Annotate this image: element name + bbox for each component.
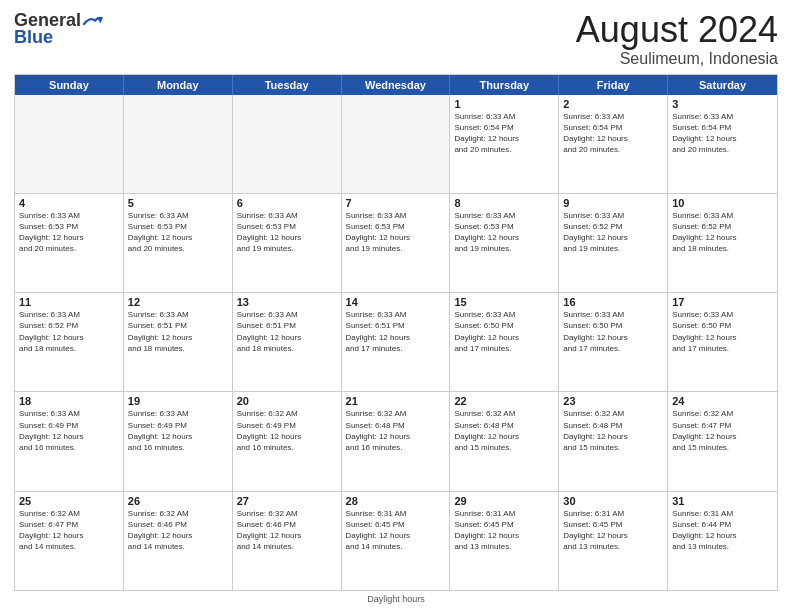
day-number-1-3: 7	[346, 197, 446, 209]
header-day-6: Saturday	[668, 75, 777, 95]
day-number-2-4: 15	[454, 296, 554, 308]
cell-info-3-0: Sunrise: 6:33 AM Sunset: 6:49 PM Dayligh…	[19, 408, 119, 453]
cal-cell-3-5: 23Sunrise: 6:32 AM Sunset: 6:48 PM Dayli…	[559, 392, 668, 490]
day-number-0-4: 1	[454, 98, 554, 110]
cell-info-1-1: Sunrise: 6:33 AM Sunset: 6:53 PM Dayligh…	[128, 210, 228, 255]
cell-info-4-2: Sunrise: 6:32 AM Sunset: 6:46 PM Dayligh…	[237, 508, 337, 553]
cell-info-1-6: Sunrise: 6:33 AM Sunset: 6:52 PM Dayligh…	[672, 210, 773, 255]
day-number-1-6: 10	[672, 197, 773, 209]
title-block: August 2024 Seulimeum, Indonesia	[576, 10, 778, 68]
cal-cell-0-4: 1Sunrise: 6:33 AM Sunset: 6:54 PM Daylig…	[450, 95, 559, 193]
cal-cell-2-0: 11Sunrise: 6:33 AM Sunset: 6:52 PM Dayli…	[15, 293, 124, 391]
header-day-0: Sunday	[15, 75, 124, 95]
cal-cell-4-3: 28Sunrise: 6:31 AM Sunset: 6:45 PM Dayli…	[342, 492, 451, 590]
day-number-3-3: 21	[346, 395, 446, 407]
cal-cell-3-4: 22Sunrise: 6:32 AM Sunset: 6:48 PM Dayli…	[450, 392, 559, 490]
header-day-1: Monday	[124, 75, 233, 95]
day-number-3-5: 23	[563, 395, 663, 407]
day-number-3-1: 19	[128, 395, 228, 407]
cell-info-1-3: Sunrise: 6:33 AM Sunset: 6:53 PM Dayligh…	[346, 210, 446, 255]
cell-info-3-1: Sunrise: 6:33 AM Sunset: 6:49 PM Dayligh…	[128, 408, 228, 453]
cell-info-0-6: Sunrise: 6:33 AM Sunset: 6:54 PM Dayligh…	[672, 111, 773, 156]
cell-info-2-2: Sunrise: 6:33 AM Sunset: 6:51 PM Dayligh…	[237, 309, 337, 354]
cell-info-3-6: Sunrise: 6:32 AM Sunset: 6:47 PM Dayligh…	[672, 408, 773, 453]
cal-cell-0-0	[15, 95, 124, 193]
cal-cell-4-1: 26Sunrise: 6:32 AM Sunset: 6:46 PM Dayli…	[124, 492, 233, 590]
header-day-5: Friday	[559, 75, 668, 95]
cell-info-2-6: Sunrise: 6:33 AM Sunset: 6:50 PM Dayligh…	[672, 309, 773, 354]
day-number-2-0: 11	[19, 296, 119, 308]
cell-info-3-3: Sunrise: 6:32 AM Sunset: 6:48 PM Dayligh…	[346, 408, 446, 453]
cal-cell-1-3: 7Sunrise: 6:33 AM Sunset: 6:53 PM Daylig…	[342, 194, 451, 292]
day-number-2-5: 16	[563, 296, 663, 308]
cal-cell-0-5: 2Sunrise: 6:33 AM Sunset: 6:54 PM Daylig…	[559, 95, 668, 193]
cell-info-4-6: Sunrise: 6:31 AM Sunset: 6:44 PM Dayligh…	[672, 508, 773, 553]
cal-cell-4-4: 29Sunrise: 6:31 AM Sunset: 6:45 PM Dayli…	[450, 492, 559, 590]
cell-info-4-0: Sunrise: 6:32 AM Sunset: 6:47 PM Dayligh…	[19, 508, 119, 553]
day-number-4-3: 28	[346, 495, 446, 507]
logo-blue: Blue	[14, 27, 53, 48]
cal-cell-1-1: 5Sunrise: 6:33 AM Sunset: 6:53 PM Daylig…	[124, 194, 233, 292]
calendar-body: 1Sunrise: 6:33 AM Sunset: 6:54 PM Daylig…	[15, 95, 777, 590]
day-number-2-6: 17	[672, 296, 773, 308]
calendar-row-2: 11Sunrise: 6:33 AM Sunset: 6:52 PM Dayli…	[15, 293, 777, 392]
calendar-row-0: 1Sunrise: 6:33 AM Sunset: 6:54 PM Daylig…	[15, 95, 777, 194]
cal-cell-4-6: 31Sunrise: 6:31 AM Sunset: 6:44 PM Dayli…	[668, 492, 777, 590]
cell-info-1-2: Sunrise: 6:33 AM Sunset: 6:53 PM Dayligh…	[237, 210, 337, 255]
cal-cell-1-2: 6Sunrise: 6:33 AM Sunset: 6:53 PM Daylig…	[233, 194, 342, 292]
cell-info-4-1: Sunrise: 6:32 AM Sunset: 6:46 PM Dayligh…	[128, 508, 228, 553]
cell-info-3-5: Sunrise: 6:32 AM Sunset: 6:48 PM Dayligh…	[563, 408, 663, 453]
cell-info-4-3: Sunrise: 6:31 AM Sunset: 6:45 PM Dayligh…	[346, 508, 446, 553]
day-number-3-4: 22	[454, 395, 554, 407]
day-number-1-4: 8	[454, 197, 554, 209]
cell-info-4-5: Sunrise: 6:31 AM Sunset: 6:45 PM Dayligh…	[563, 508, 663, 553]
cell-info-1-4: Sunrise: 6:33 AM Sunset: 6:53 PM Dayligh…	[454, 210, 554, 255]
day-number-4-2: 27	[237, 495, 337, 507]
day-number-1-5: 9	[563, 197, 663, 209]
cell-info-1-0: Sunrise: 6:33 AM Sunset: 6:53 PM Dayligh…	[19, 210, 119, 255]
cal-cell-1-5: 9Sunrise: 6:33 AM Sunset: 6:52 PM Daylig…	[559, 194, 668, 292]
cal-cell-3-3: 21Sunrise: 6:32 AM Sunset: 6:48 PM Dayli…	[342, 392, 451, 490]
calendar-row-4: 25Sunrise: 6:32 AM Sunset: 6:47 PM Dayli…	[15, 492, 777, 590]
cell-info-0-5: Sunrise: 6:33 AM Sunset: 6:54 PM Dayligh…	[563, 111, 663, 156]
calendar-header: SundayMondayTuesdayWednesdayThursdayFrid…	[15, 75, 777, 95]
cal-cell-3-1: 19Sunrise: 6:33 AM Sunset: 6:49 PM Dayli…	[124, 392, 233, 490]
day-number-1-0: 4	[19, 197, 119, 209]
cal-cell-4-5: 30Sunrise: 6:31 AM Sunset: 6:45 PM Dayli…	[559, 492, 668, 590]
cal-cell-0-2	[233, 95, 342, 193]
cal-cell-1-0: 4Sunrise: 6:33 AM Sunset: 6:53 PM Daylig…	[15, 194, 124, 292]
page: General Blue August 2024 Seulimeum, Indo…	[0, 0, 792, 612]
day-number-3-0: 18	[19, 395, 119, 407]
day-number-4-0: 25	[19, 495, 119, 507]
day-number-2-2: 13	[237, 296, 337, 308]
header-day-4: Thursday	[450, 75, 559, 95]
cell-info-3-4: Sunrise: 6:32 AM Sunset: 6:48 PM Dayligh…	[454, 408, 554, 453]
cell-info-1-5: Sunrise: 6:33 AM Sunset: 6:52 PM Dayligh…	[563, 210, 663, 255]
day-number-3-6: 24	[672, 395, 773, 407]
cell-info-2-5: Sunrise: 6:33 AM Sunset: 6:50 PM Dayligh…	[563, 309, 663, 354]
cal-cell-4-2: 27Sunrise: 6:32 AM Sunset: 6:46 PM Dayli…	[233, 492, 342, 590]
cal-cell-2-4: 15Sunrise: 6:33 AM Sunset: 6:50 PM Dayli…	[450, 293, 559, 391]
day-number-2-3: 14	[346, 296, 446, 308]
cell-info-2-3: Sunrise: 6:33 AM Sunset: 6:51 PM Dayligh…	[346, 309, 446, 354]
cell-info-2-0: Sunrise: 6:33 AM Sunset: 6:52 PM Dayligh…	[19, 309, 119, 354]
cell-info-3-2: Sunrise: 6:32 AM Sunset: 6:49 PM Dayligh…	[237, 408, 337, 453]
day-number-0-6: 3	[672, 98, 773, 110]
day-number-0-5: 2	[563, 98, 663, 110]
main-title: August 2024	[576, 10, 778, 50]
cal-cell-1-4: 8Sunrise: 6:33 AM Sunset: 6:53 PM Daylig…	[450, 194, 559, 292]
day-number-4-5: 30	[563, 495, 663, 507]
cal-cell-0-1	[124, 95, 233, 193]
day-number-2-1: 12	[128, 296, 228, 308]
cal-cell-3-0: 18Sunrise: 6:33 AM Sunset: 6:49 PM Dayli…	[15, 392, 124, 490]
day-number-1-1: 5	[128, 197, 228, 209]
cal-cell-3-2: 20Sunrise: 6:32 AM Sunset: 6:49 PM Dayli…	[233, 392, 342, 490]
header: General Blue August 2024 Seulimeum, Indo…	[14, 10, 778, 68]
cal-cell-0-6: 3Sunrise: 6:33 AM Sunset: 6:54 PM Daylig…	[668, 95, 777, 193]
cal-cell-4-0: 25Sunrise: 6:32 AM Sunset: 6:47 PM Dayli…	[15, 492, 124, 590]
cal-cell-1-6: 10Sunrise: 6:33 AM Sunset: 6:52 PM Dayli…	[668, 194, 777, 292]
footer-note: Daylight hours	[14, 594, 778, 604]
calendar-row-1: 4Sunrise: 6:33 AM Sunset: 6:53 PM Daylig…	[15, 194, 777, 293]
subtitle: Seulimeum, Indonesia	[576, 50, 778, 68]
cell-info-2-4: Sunrise: 6:33 AM Sunset: 6:50 PM Dayligh…	[454, 309, 554, 354]
